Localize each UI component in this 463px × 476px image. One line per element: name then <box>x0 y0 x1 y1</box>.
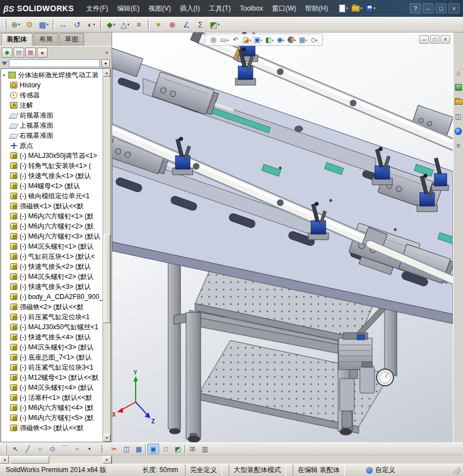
solidworks-resources-icon[interactable]: ⌂ <box>454 68 463 77</box>
grid-icon[interactable]: ⊞ <box>187 444 198 454</box>
tree-item[interactable]: History <box>1 80 103 90</box>
tree-item[interactable]: (-) 快速气接头<2> (默认 <box>1 262 103 272</box>
tree-item[interactable]: 前视基准面 <box>1 110 103 120</box>
toolbar-separator[interactable] <box>148 20 150 30</box>
toolbar-separator[interactable] <box>100 20 102 30</box>
spline-tool-icon[interactable]: ~ <box>71 444 83 454</box>
tree-item[interactable]: (-) M6内六方螺钉<2> (默 <box>1 221 103 231</box>
tree-item[interactable]: (-) M4沉头螺钉<2> (默认 <box>1 272 103 282</box>
help-button[interactable]: ? <box>410 3 421 13</box>
component-pattern-icon[interactable]: ▦ ▾ <box>37 18 50 31</box>
rotate-component-icon[interactable]: ↺ <box>71 18 84 31</box>
overflow-chevron-icon[interactable]: » <box>105 49 110 55</box>
zoom-fit-icon[interactable]: ◎ <box>208 35 219 45</box>
commandmanager-tab[interactable]: 装配体 <box>1 33 33 46</box>
menu-item[interactable]: 工具(T) <box>204 0 235 17</box>
exploded-view-icon[interactable]: ✶ <box>152 18 165 31</box>
tree-item[interactable]: (-) M4沉头螺钉<1> (默认 <box>1 241 103 251</box>
tree-item[interactable]: (-) M6内六方螺钉<1> (默 <box>1 211 103 221</box>
insert-component-icon[interactable]: ⊕ ▾ <box>9 18 22 31</box>
tree-item[interactable]: (-) 前压紧气缸定位块<1 <box>1 312 103 322</box>
new-document-icon[interactable] <box>339 4 348 12</box>
section-display-icon[interactable]: ◩ <box>172 444 184 454</box>
commandmanager-tab[interactable]: 布局 <box>34 33 58 46</box>
tree-item[interactable]: 强磁铁<1> (默认<<默 <box>1 201 103 211</box>
tree-item[interactable]: (-) M6内六方螺钉<5> (默 <box>1 413 103 423</box>
wireframe-view-icon[interactable]: □ <box>160 444 172 454</box>
close-button[interactable]: × <box>448 3 460 13</box>
bill-of-materials-icon[interactable]: ≡ <box>132 18 146 31</box>
assembly-features-icon[interactable]: ◆ ▾ <box>104 18 118 31</box>
tree-item[interactable]: (-) M4沉头螺钉<3> (默认 <box>1 342 103 352</box>
menu-item[interactable]: 帮助(H) <box>300 0 332 17</box>
tree-item[interactable]: (-) 镜向模组定位单元<1 <box>1 191 103 201</box>
filter-input[interactable] <box>9 59 100 67</box>
menu-item[interactable]: 窗口(W) <box>267 0 300 17</box>
tree-item[interactable]: (-) MALJ30x50j调节器<1> <box>1 151 103 161</box>
circle-tool-icon[interactable]: ○ <box>34 444 46 454</box>
featuremanager-tab-icon[interactable]: ◆ <box>2 48 12 58</box>
sketchbar-separator[interactable] <box>184 445 186 454</box>
file-explorer-icon[interactable] <box>454 97 463 106</box>
tree-horizontal-scrollbar[interactable]: ◄ ► <box>0 455 112 464</box>
tree-item[interactable]: (-) MALJ30x50气缸螺丝<1 <box>1 322 103 332</box>
tree-item[interactable]: (-) M4螺母<1> (默认 <box>1 181 103 191</box>
commandmanager-tab[interactable]: 草图 <box>59 33 84 46</box>
trim-tool-icon[interactable]: ✂ <box>108 444 120 454</box>
mass-properties-icon[interactable]: Σ <box>194 18 207 31</box>
tree-item[interactable]: 注解 <box>1 100 103 110</box>
tree-item[interactable]: 原点 <box>1 141 103 151</box>
tree-vertical-scrollbar[interactable]: ▲ ▼ <box>103 69 110 442</box>
toolbar-grip[interactable] <box>5 444 7 454</box>
apply-scene-icon[interactable]: ▦ ▾ <box>298 35 308 45</box>
menu-item[interactable]: 视图(V) <box>144 0 175 17</box>
displaymanager-tab-icon[interactable]: ● <box>37 48 48 58</box>
configurationmanager-tab-icon[interactable]: ▦ <box>25 48 36 58</box>
close-document-icon[interactable]: × <box>441 35 450 44</box>
custom-properties-icon[interactable]: ≡ <box>454 141 463 150</box>
tree-item[interactable]: (-) 快速气接头<3> (默认 <box>1 282 103 292</box>
tree-item[interactable]: (-) 快速气接头<4> (默认 <box>1 332 103 342</box>
expander-icon[interactable]: ▾ <box>3 73 8 78</box>
tree-item[interactable]: (-) body_A_CDA2F80_900_ <box>1 292 103 302</box>
interference-detection-icon[interactable]: ⊗ <box>166 18 179 31</box>
minimize-document-icon[interactable]: – <box>419 35 429 44</box>
zoom-area-icon[interactable]: ▭ ▾ <box>219 35 230 45</box>
tree-item[interactable]: 传感器 <box>1 90 103 100</box>
appearances-icon[interactable] <box>454 127 463 136</box>
open-folder-icon[interactable] <box>351 6 363 12</box>
tree-item[interactable]: (-) M6内六方螺钉<4> (默 <box>1 403 103 413</box>
tree-item[interactable]: (-) M6内六方螺钉<3> (默认 <box>1 231 103 241</box>
tree-item[interactable]: (-) 活塞杆<1> (默认<<默 <box>1 393 103 403</box>
scroll-right-icon[interactable]: ► <box>103 456 112 464</box>
hide-show-items-icon[interactable]: ◉ ▾ <box>275 35 286 45</box>
design-library-icon[interactable] <box>454 83 463 92</box>
scrollbar-thumb[interactable] <box>103 234 110 324</box>
reference-geometry-icon[interactable]: △ ▾ <box>118 18 132 31</box>
tree-item-root[interactable]: ▾ 分体油杯激光焊接气动工装 <box>1 70 103 80</box>
move-component-icon[interactable]: ↔ <box>57 18 70 31</box>
tree-item[interactable]: 强磁铁<3> (默认<<默 <box>1 423 103 433</box>
tree-item[interactable]: 强磁铁<2> (默认<<默 <box>1 302 103 312</box>
menu-item[interactable]: 文件(F) <box>82 0 113 17</box>
tree-item[interactable]: (-) 转角气缸安装块<1> ( <box>1 161 103 171</box>
shaded-view-icon[interactable]: ▣ <box>147 444 159 454</box>
tree-item[interactable]: 上视基准面 <box>1 120 103 130</box>
restore-document-icon[interactable]: □ <box>430 35 439 44</box>
line-tool-icon[interactable]: ╱ <box>22 444 34 454</box>
maximize-button[interactable]: □ <box>436 3 447 13</box>
filter-dropdown-icon[interactable]: ▼ <box>101 59 110 68</box>
menu-item[interactable]: Toolbox <box>235 0 267 17</box>
toolbar-separator[interactable] <box>53 20 54 30</box>
custom-status-button[interactable]: 自定义 <box>366 465 395 475</box>
scroll-up-icon[interactable]: ▲ <box>103 69 110 77</box>
select-tool-icon[interactable]: ↖ <box>10 444 21 454</box>
arc-tool-icon[interactable]: ⌒ <box>59 444 71 454</box>
scroll-down-icon[interactable]: ▼ <box>103 434 110 442</box>
mirror-tool-icon[interactable]: ◫ <box>121 444 132 454</box>
tree-item[interactable]: (-) M4沉头螺钉<4> (默认 <box>1 382 103 393</box>
point-tool-icon[interactable]: • <box>84 444 95 454</box>
show-hidden-components-icon[interactable]: ◐ ▾ <box>85 18 98 31</box>
measure-icon[interactable]: ∠ <box>180 18 193 31</box>
tree-item[interactable]: (-) 快速气接头<1> (默认 <box>1 171 103 181</box>
